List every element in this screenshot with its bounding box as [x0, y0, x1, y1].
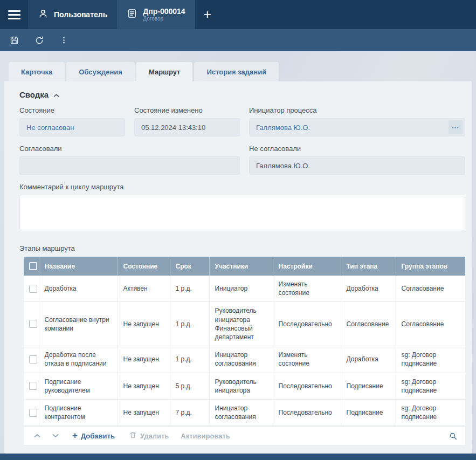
bottom-bar [0, 454, 476, 460]
top-tab-contract[interactable]: Дпр-000014 Договор [117, 0, 195, 29]
new-tab-button[interactable]: + [195, 0, 220, 29]
cell-stage-group: sg: Договор подписание [396, 399, 465, 425]
comment-label: Комментарий к циклу маршрута [19, 183, 465, 191]
content-area: Карточка Обсуждения Маршрут История зада… [0, 51, 476, 454]
row-checkbox-cell [24, 373, 39, 399]
summary-title: Сводка [19, 90, 49, 99]
table-row[interactable]: Согласование внутри компании Не запущен … [24, 302, 465, 346]
col-header-term: Срок [170, 257, 209, 276]
col-header-name: Название [39, 257, 118, 276]
plus-icon: + [72, 431, 78, 441]
top-tab-user[interactable]: Пользователь [28, 0, 117, 29]
action-toolbar [0, 29, 476, 51]
state-label: Состояние [19, 106, 125, 114]
activate-stage-label: Активировать [181, 432, 230, 440]
activate-stage-button[interactable]: Активировать [181, 432, 230, 440]
cell-state: Не запущен [118, 373, 170, 399]
table-row[interactable]: Подписание руководителем Не запущен 5 р.… [24, 373, 465, 399]
cell-stage-type: Подписание [341, 373, 396, 399]
cell-state: Не запущен [118, 346, 170, 373]
cell-name: Подписание контрагентом [39, 399, 118, 425]
refresh-button[interactable] [35, 36, 44, 45]
cell-term: 1 р.д. [170, 302, 209, 346]
cell-settings: Изменять состояние [273, 346, 341, 373]
not-approved-label: Не согласовали [249, 145, 465, 153]
row-checkbox-cell [24, 399, 39, 425]
summary-section-header: Сводка [19, 90, 465, 99]
tab-task-history[interactable]: История заданий [194, 62, 279, 81]
cell-participants: Руководитель инициатора [209, 373, 273, 399]
app-window: Пользователь Дпр-000014 Договор + [0, 0, 476, 460]
select-all-checkbox[interactable] [29, 262, 37, 270]
initiator-more-button[interactable]: ... [449, 120, 463, 134]
cell-stage-group: sg: Договор подписание [396, 346, 465, 373]
col-header-stage-group: Группа этапов [396, 257, 465, 276]
cell-state: Не запущен [118, 399, 170, 425]
document-icon [127, 8, 137, 21]
move-down-button[interactable] [50, 434, 61, 438]
hamburger-icon [8, 8, 20, 22]
tab-card[interactable]: Карточка [9, 62, 65, 81]
cell-state: Не запущен [118, 302, 170, 346]
cell-settings: Последовательно [273, 302, 341, 346]
select-all-cell [24, 257, 39, 276]
cell-name: Доработка после отказа в подписании [39, 346, 118, 373]
cell-stage-group: Согласование [396, 276, 465, 302]
table-row[interactable]: Подписание контрагентом Не запущен 7 р.д… [24, 399, 465, 425]
save-button[interactable] [9, 35, 19, 45]
initiator-label: Инициатор процесса [249, 106, 465, 114]
state-changed-field: 05.12.2024 13:43:10 [134, 118, 240, 136]
table-footer-toolbar: + Добавить Удалить Активировать [24, 426, 465, 445]
page-tabs: Карточка Обсуждения Маршрут История зада… [4, 62, 472, 81]
initiator-field[interactable]: Галлямова Ю.О. ... [249, 118, 465, 136]
cell-participants: Инициатор [209, 276, 273, 302]
cell-stage-group: Согласование [396, 302, 465, 346]
row-checkbox[interactable] [29, 355, 37, 363]
row-checkbox-cell [24, 276, 39, 302]
move-up-button[interactable] [31, 434, 43, 438]
delete-stage-button[interactable]: Удалить [129, 431, 169, 441]
table-header-row: Название Состояние Срок Участники Настро… [24, 257, 465, 276]
initiator-field-block: Инициатор процесса Галлямова Ю.О. ... [249, 106, 465, 136]
cell-name: Подписание руководителем [39, 373, 118, 399]
row-checkbox[interactable] [29, 409, 37, 417]
cell-name: Доработка [39, 276, 118, 302]
cell-stage-type: Доработка [341, 276, 396, 302]
cell-state: Активен [118, 276, 170, 302]
table-row[interactable]: Доработка после отказа в подписании Не з… [24, 346, 465, 373]
comment-block: Комментарий к циклу маршрута [19, 183, 465, 230]
search-button[interactable] [449, 431, 458, 441]
stages-table: Название Состояние Срок Участники Настро… [24, 257, 465, 426]
row-checkbox[interactable] [29, 382, 37, 390]
row-checkbox[interactable] [29, 320, 37, 328]
route-panel: Сводка Состояние Не согласован Состояние… [4, 81, 472, 454]
tab-route[interactable]: Маршрут [136, 62, 193, 81]
cell-term: 5 р.д. [170, 373, 209, 399]
summary-fields: Состояние Не согласован Состояние измене… [19, 106, 465, 175]
top-bar: Пользователь Дпр-000014 Договор + [0, 0, 476, 29]
state-field[interactable]: Не согласован [19, 118, 125, 136]
cell-settings: Последовательно [273, 399, 341, 425]
table-row[interactable]: Доработка Активен 1 р.д. Инициатор Измен… [24, 276, 465, 302]
add-stage-button[interactable]: + Добавить [72, 431, 115, 441]
col-header-stage-type: Тип этапа [341, 257, 396, 276]
cell-name: Согласование внутри компании [39, 302, 118, 346]
row-checkbox[interactable] [29, 285, 37, 293]
more-actions-button[interactable] [59, 36, 68, 45]
trash-icon [129, 431, 137, 441]
cell-settings: Последовательно [273, 373, 341, 399]
delete-stage-label: Удалить [140, 432, 169, 440]
stages-table-container: Название Состояние Срок Участники Настро… [24, 257, 465, 445]
add-stage-label: Добавить [81, 432, 115, 440]
initiator-value[interactable]: Галлямова Ю.О. [256, 123, 310, 132]
not-approved-field-block: Не согласовали Галлямова Ю.О. [249, 145, 465, 175]
state-field-block: Состояние Не согласован [19, 106, 125, 136]
row-checkbox-cell [24, 346, 39, 373]
comment-textarea[interactable] [19, 195, 465, 230]
collapse-section-button[interactable] [53, 92, 59, 98]
cell-stage-type: Подписание [341, 399, 396, 425]
not-approved-field: Галлямова Ю.О. [249, 156, 465, 175]
cell-stage-type: Согласование [341, 302, 396, 346]
hamburger-menu-button[interactable] [0, 0, 28, 29]
tab-discussions[interactable]: Обсуждения [66, 62, 135, 81]
